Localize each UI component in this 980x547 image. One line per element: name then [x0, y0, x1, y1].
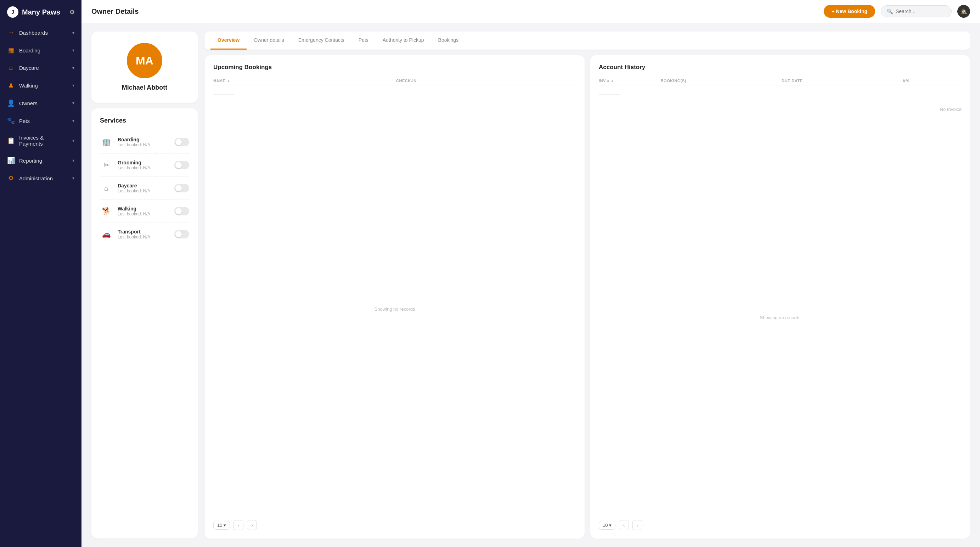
search-bar: 🔍	[881, 5, 951, 17]
sidebar-item-reporting[interactable]: 📊 Reporting ▾	[0, 152, 81, 169]
prev-page-button[interactable]: ‹	[234, 520, 243, 530]
service-name-walking: Walking	[118, 206, 169, 211]
sidebar-label-dashboards: Dashboards	[19, 30, 68, 36]
daycare-icon: ⌂	[7, 64, 15, 72]
tab-pets[interactable]: Pets	[352, 32, 375, 49]
bookings-row: Upcoming Bookings NAME ▲ CHECK-IN Showin…	[205, 55, 970, 539]
boarding-service-icon: 🏢	[100, 136, 113, 148]
reporting-icon: 📊	[7, 157, 15, 164]
tab-authority-to-pickup[interactable]: Authority to Pickup	[375, 32, 431, 49]
service-name-grooming: Grooming	[118, 160, 169, 165]
owners-icon: 👤	[7, 99, 15, 107]
account-history-card: Account History INV # ▲ BOOKING(S) DUE D…	[590, 55, 970, 539]
sidebar-item-boarding[interactable]: ▦ Boarding ▾	[0, 41, 81, 59]
next-page-button[interactable]: ›	[247, 520, 257, 530]
owner-name: Michael Abbott	[122, 84, 167, 91]
sidebar-label-walking: Walking	[19, 83, 68, 89]
chevron-walking: ▾	[72, 83, 75, 88]
upcoming-per-page[interactable]: 10 ▾	[213, 521, 230, 530]
chevron-pets: ▾	[72, 118, 75, 123]
dashboards-icon: →	[7, 29, 15, 37]
sort-inv-icon: ▲	[611, 79, 614, 83]
sidebar-item-owners[interactable]: 👤 Owners ▾	[0, 94, 81, 112]
profile-card: MA Michael Abbott	[91, 32, 198, 103]
walking-service-icon: 🐕	[100, 205, 113, 218]
per-page-chevron-history: ▾	[609, 523, 611, 528]
services-card: Services 🏢 Boarding Last booked: N/A ✂ G…	[91, 108, 198, 539]
tab-owner-details[interactable]: Owner details	[247, 32, 291, 49]
service-item-boarding: 🏢 Boarding Last booked: N/A	[100, 131, 189, 154]
service-name-boarding: Boarding	[118, 137, 169, 142]
upcoming-bookings-title: Upcoming Bookings	[213, 64, 576, 71]
account-history-pagination: 10 ▾ ‹ ›	[599, 520, 962, 530]
chevron-reporting: ▾	[72, 158, 75, 163]
tab-overview[interactable]: Overview	[210, 32, 247, 49]
sidebar-item-invoices[interactable]: 📋 Invoices & Payments ▾	[0, 130, 81, 152]
tab-emergency-contacts[interactable]: Emergency Contacts	[291, 32, 352, 49]
account-history-title: Account History	[599, 64, 962, 71]
service-item-walking: 🐕 Walking Last booked: N/A	[100, 200, 189, 223]
sort-name-icon: ▲	[227, 79, 230, 83]
sidebar-label-pets: Pets	[19, 118, 68, 124]
left-panel: MA Michael Abbott Services 🏢 Boarding La…	[91, 32, 198, 539]
service-toggle-transport[interactable]	[174, 230, 189, 239]
chevron-invoices: ▾	[72, 138, 75, 143]
services-title: Services	[100, 117, 189, 124]
boarding-icon: ▦	[7, 46, 15, 54]
th-inv: INV # ▲	[599, 79, 658, 83]
chevron-dashboards: ▾	[72, 30, 75, 35]
service-item-daycare: ⌂ Daycare Last booked: N/A	[100, 177, 189, 200]
upcoming-bookings-card: Upcoming Bookings NAME ▲ CHECK-IN Showin…	[205, 55, 585, 539]
pets-icon: 🐾	[7, 117, 15, 125]
sidebar-logo: J Many Paws ⚙	[0, 0, 81, 24]
invoices-icon: 📋	[7, 137, 15, 145]
content-area: MA Michael Abbott Services 🏢 Boarding La…	[81, 23, 980, 547]
search-input[interactable]	[896, 8, 945, 14]
service-toggle-grooming[interactable]	[174, 161, 189, 169]
sidebar-item-walking[interactable]: ♟ Walking ▾	[0, 76, 81, 94]
service-item-grooming: ✂ Grooming Last booked: N/A	[100, 154, 189, 177]
new-booking-button[interactable]: + New Booking	[824, 5, 875, 18]
right-panel: Overview Owner details Emergency Contact…	[205, 32, 970, 539]
service-toggle-daycare[interactable]	[174, 184, 189, 192]
sidebar-item-dashboards[interactable]: → Dashboards ▾	[0, 24, 81, 41]
account-history-table-header: INV # ▲ BOOKING(S) DUE DATE AM	[599, 76, 962, 85]
upcoming-no-records: Showing no records	[213, 104, 576, 514]
sidebar-item-administration[interactable]: ⚙ Administration ▾	[0, 169, 81, 187]
service-last-grooming: Last booked: N/A	[118, 165, 169, 170]
sidebar-label-reporting: Reporting	[19, 157, 68, 164]
tab-bookings[interactable]: Bookings	[431, 32, 466, 49]
service-last-walking: Last booked: N/A	[118, 211, 169, 216]
user-avatar[interactable]: 🕵	[957, 5, 970, 18]
th-due-date: DUE DATE	[781, 79, 900, 83]
account-history-no-records: Showing no records	[599, 121, 962, 514]
sidebar-label-owners: Owners	[19, 100, 68, 106]
th-name: NAME ▲	[213, 79, 393, 83]
no-invoice-text: No Invoice	[599, 104, 962, 115]
administration-icon: ⚙	[7, 174, 15, 182]
settings-icon[interactable]: ⚙	[70, 9, 75, 16]
service-last-daycare: Last booked: N/A	[118, 188, 169, 194]
sidebar-item-daycare[interactable]: ⌂ Daycare ▾	[0, 59, 81, 76]
account-per-page[interactable]: 10 ▾	[599, 521, 616, 530]
prev-page-history-button[interactable]: ‹	[619, 520, 629, 530]
logo-icon: J	[7, 6, 18, 18]
main-panel: Owner Details + New Booking 🔍 🕵 MA Micha…	[81, 0, 980, 547]
tabs-row: Overview Owner details Emergency Contact…	[205, 32, 970, 49]
service-toggle-boarding[interactable]	[174, 138, 189, 146]
page-title: Owner Details	[91, 8, 818, 16]
loading-bar	[213, 94, 235, 95]
grooming-service-icon: ✂	[100, 159, 113, 172]
sidebar: J Many Paws ⚙ → Dashboards ▾ ▦ Boarding …	[0, 0, 81, 547]
service-name-transport: Transport	[118, 229, 169, 235]
service-name-daycare: Daycare	[118, 183, 169, 188]
service-toggle-walking[interactable]	[174, 207, 189, 215]
service-last-transport: Last booked: N/A	[118, 235, 169, 240]
upcoming-pagination: 10 ▾ ‹ ›	[213, 520, 576, 530]
service-item-transport: 🚗 Transport Last booked: N/A	[100, 223, 189, 245]
th-amount: AM	[902, 79, 962, 83]
upcoming-bookings-table-header: NAME ▲ CHECK-IN	[213, 76, 576, 85]
next-page-history-button[interactable]: ›	[632, 520, 642, 530]
avatar: MA	[127, 43, 162, 78]
sidebar-item-pets[interactable]: 🐾 Pets ▾	[0, 112, 81, 130]
